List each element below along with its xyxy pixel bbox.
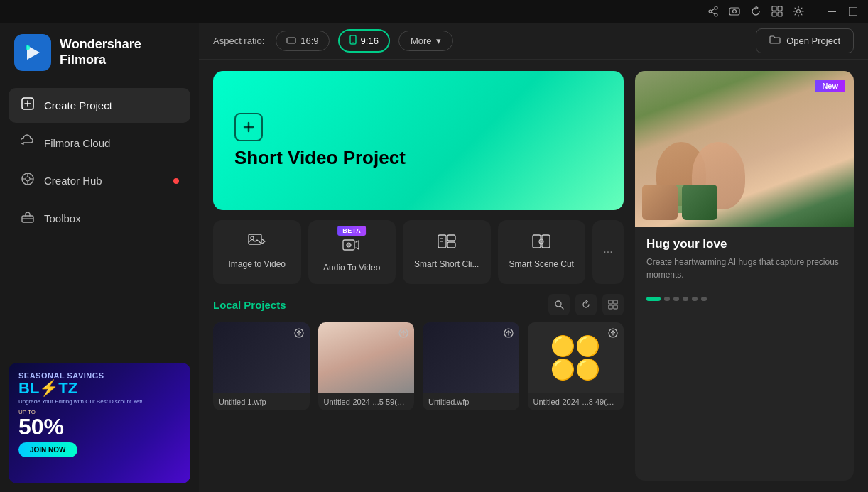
project-card-1[interactable]: Untitled 1.wfp <box>213 322 310 410</box>
carousel-dot-5[interactable] <box>692 297 698 301</box>
app-name: Wondershare Filmora <box>60 37 141 67</box>
project-thumbnail-4: 🟡🟡🟡🟡 <box>528 322 624 393</box>
smart-short-clip-label: Smart Short Cli... <box>414 259 479 270</box>
search-projects-button[interactable] <box>548 294 570 315</box>
left-panel: Short Video Project Image to Video BETA <box>213 71 624 481</box>
monitor-icon <box>286 35 296 46</box>
main-toolbar: Aspect ratio: 16:9 9:16 More ▾ <box>199 23 868 60</box>
project-card-3[interactable]: Untitled.wfp <box>423 322 519 410</box>
logo-icon <box>14 34 51 71</box>
maximize-button[interactable] <box>845 4 861 19</box>
open-project-button[interactable]: Open Project <box>756 28 854 53</box>
feature-image: New <box>635 71 854 227</box>
share-icon[interactable] <box>705 4 721 19</box>
carousel-dot-1[interactable] <box>646 297 661 301</box>
smart-scene-cut-icon <box>532 234 550 253</box>
sidebar-item-create-project[interactable]: Create Project <box>9 88 190 123</box>
projects-grid: Untitled 1.wfp Untitled-2024-...5 59(cop… <box>213 322 624 410</box>
cloud-icon <box>20 134 36 152</box>
carousel-dot-6[interactable] <box>701 297 707 301</box>
svg-rect-50 <box>614 305 617 309</box>
more-button[interactable]: More ▾ <box>398 31 453 51</box>
ratio-16x9-label: 16:9 <box>300 35 318 46</box>
project-name-3: Untitled.wfp <box>423 393 519 410</box>
upload-icon-3 <box>504 328 514 340</box>
svg-line-4 <box>712 12 715 14</box>
refresh-projects-button[interactable] <box>575 294 597 315</box>
svg-point-1 <box>709 10 712 13</box>
svg-line-3 <box>712 9 715 11</box>
aspect-16x9-button[interactable]: 16:9 <box>276 31 329 51</box>
section-header: Local Projects <box>213 294 624 315</box>
screen-record-icon[interactable] <box>727 4 742 19</box>
carousel-dot-4[interactable] <box>683 297 688 301</box>
grid-icon[interactable] <box>769 4 785 19</box>
smart-short-clip-card[interactable]: Smart Short Cli... <box>403 220 491 284</box>
more-dots-icon: ··· <box>603 246 612 258</box>
project-card-2[interactable]: Untitled-2024-...5 59(copy).wfp <box>318 322 415 410</box>
short-video-project-card[interactable]: Short Video Project <box>213 71 624 210</box>
smart-scene-cut-card[interactable]: Smart Scene Cut <box>498 220 586 284</box>
promo-percent: 50% <box>18 415 180 438</box>
promo-banner[interactable]: SEASONAL SAVINGS BL⚡TZ Upgrade Your Edit… <box>9 363 190 483</box>
audio-to-video-card[interactable]: BETA Audio To Video <box>308 220 396 284</box>
promo-subtitle: Upgrade Your Editing with Our Best Disco… <box>18 398 180 405</box>
sidebar-item-creator-hub[interactable]: Creator Hub <box>9 163 190 198</box>
svg-rect-47 <box>609 300 612 304</box>
upload-icon-1 <box>294 328 304 340</box>
app-logo: Wondershare Filmora <box>0 23 199 82</box>
svg-rect-27 <box>287 38 295 43</box>
project-name-1: Untitled 1.wfp <box>213 393 310 410</box>
open-project-label: Open Project <box>786 35 840 46</box>
image-to-video-label: Image to Video <box>228 259 286 270</box>
sidebar-item-toolbox[interactable]: Toolbox <box>9 201 190 236</box>
aspect-ratio-label: Aspect ratio: <box>213 35 264 46</box>
project-name-4: Untitled-2024-...8 49(copy).wfp <box>528 393 624 410</box>
scrollable-content: Short Video Project Image to Video BETA <box>199 60 868 492</box>
promo-join-button[interactable]: JOIN NOW <box>18 442 77 457</box>
sidebar-item-label: Toolbox <box>44 212 81 224</box>
svg-rect-12 <box>828 11 836 12</box>
image-to-video-icon <box>248 234 266 253</box>
sidebar-item-filmora-cloud[interactable]: Filmora Cloud <box>9 126 190 160</box>
svg-point-29 <box>352 42 354 43</box>
creator-hub-icon <box>20 172 36 190</box>
short-video-title: Short Video Project <box>234 147 602 169</box>
minimize-button[interactable] <box>824 4 840 19</box>
update-icon[interactable] <box>748 4 764 19</box>
project-thumbnail-2 <box>318 322 415 393</box>
feature-thumb-1 <box>642 185 678 220</box>
feature-info: Hug your love Create heartwarming AI hug… <box>635 227 854 291</box>
carousel-dot-2[interactable] <box>664 297 670 301</box>
svg-rect-48 <box>614 300 617 304</box>
feature-card[interactable]: New Hug your love Create heartwarming AI… <box>635 71 854 481</box>
grid-view-button[interactable] <box>602 294 624 315</box>
svg-point-0 <box>715 6 717 9</box>
local-projects-section: Local Projects <box>213 294 624 410</box>
project-name-2: Untitled-2024-...5 59(copy).wfp <box>318 393 415 410</box>
ratio-9x16-label: 9:16 <box>361 35 379 46</box>
svg-point-2 <box>715 13 717 16</box>
svg-rect-32 <box>249 234 261 244</box>
svg-rect-37 <box>447 235 455 241</box>
project-card-4[interactable]: 🟡🟡🟡🟡 Untitled-2024-...8 49(copy).wfp <box>528 322 624 410</box>
svg-rect-10 <box>778 12 782 16</box>
feature-thumbnails <box>642 185 717 220</box>
aspect-9x16-button[interactable]: 9:16 <box>338 29 390 53</box>
image-to-video-card[interactable]: Image to Video <box>213 220 301 284</box>
smart-short-clip-icon <box>438 234 456 253</box>
emoji-icon: 🟡🟡🟡🟡 <box>550 334 600 381</box>
svg-rect-8 <box>778 6 782 11</box>
more-label: More <box>411 35 432 46</box>
svg-point-6 <box>733 10 737 13</box>
settings-icon[interactable] <box>791 4 806 19</box>
chevron-down-icon: ▾ <box>436 35 441 46</box>
more-tools-card[interactable]: ··· <box>592 220 624 284</box>
section-actions <box>548 294 624 315</box>
svg-rect-7 <box>772 6 776 11</box>
carousel-dot-3[interactable] <box>673 297 679 301</box>
svg-point-20 <box>26 177 30 181</box>
svg-rect-9 <box>772 12 776 16</box>
upload-icon-4 <box>608 328 618 340</box>
carousel-dots <box>635 291 854 307</box>
